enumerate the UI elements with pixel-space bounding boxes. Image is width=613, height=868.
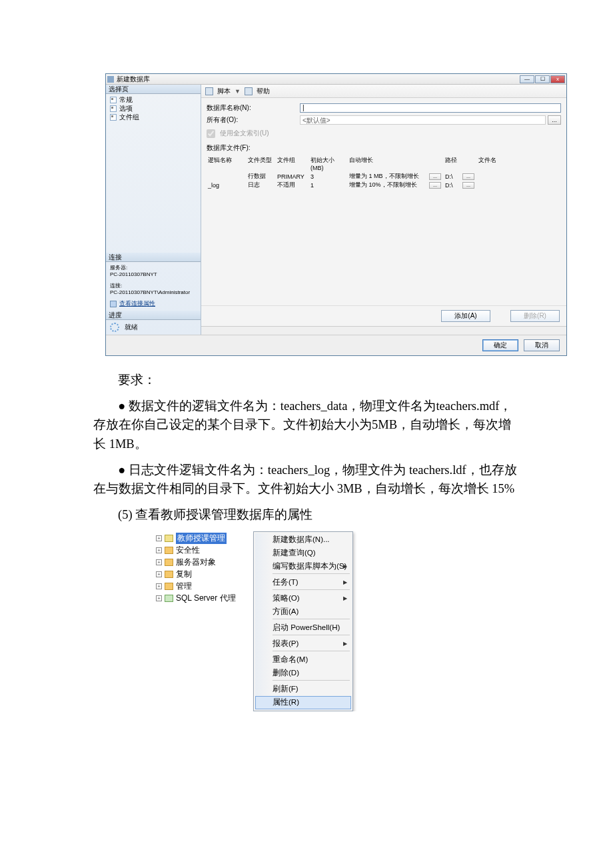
- properties-icon: [110, 301, 117, 307]
- fulltext-checkbox: 使用全文索引(U): [207, 129, 561, 138]
- script-dropdown[interactable]: ▼: [235, 88, 241, 95]
- owner-input[interactable]: <默认值>: [300, 115, 546, 125]
- expand-icon[interactable]: +: [156, 571, 162, 577]
- owner-label: 所有者(O):: [207, 115, 300, 125]
- tree-item-security[interactable]: + 安全性: [153, 545, 253, 557]
- dbfiles-label: 数据库文件(F):: [207, 143, 561, 153]
- server-value: PC-20110307BNYT: [110, 271, 197, 278]
- sidebar-item-general[interactable]: 常规: [110, 95, 201, 104]
- tree-item-database[interactable]: + 教师授课管理: [153, 533, 253, 545]
- path-browse-button[interactable]: ...: [462, 182, 474, 189]
- spinner-icon: [110, 323, 119, 332]
- help-button[interactable]: 帮助: [257, 87, 270, 96]
- requirement-heading: 要求：: [93, 371, 520, 390]
- menu-item[interactable]: 重命名(M): [255, 653, 351, 667]
- sidebar: 选择页 常规 选项 文件组 连接 服务器: PC-20110307BNYT 连接…: [106, 85, 201, 335]
- script-button[interactable]: 脚本: [217, 87, 231, 96]
- menu-item[interactable]: 新建查询(Q): [255, 547, 351, 560]
- script-icon: [205, 87, 213, 95]
- page-icon: [110, 114, 117, 121]
- dialog-footer: 确定 取消: [106, 335, 566, 355]
- expand-icon[interactable]: +: [156, 583, 162, 589]
- context-menu: 新建数据库(N)...新建查询(Q)编写数据库脚本为(S)任务(T)策略(O)方…: [253, 531, 353, 711]
- owner-browse-button[interactable]: ...: [548, 115, 561, 125]
- page-icon: [110, 97, 117, 103]
- dialog-footer: [201, 326, 566, 335]
- menu-item[interactable]: 刷新(F): [255, 683, 351, 696]
- server-label: 服务器:: [110, 265, 197, 271]
- dialog-main: 脚本 ▼ 帮助 数据库名称(N): | 所有者(O): <默认值> ... 使用…: [201, 85, 566, 335]
- expand-icon[interactable]: +: [156, 547, 162, 553]
- view-conn-props[interactable]: 查看连接属性: [110, 300, 197, 308]
- expand-icon[interactable]: +: [156, 535, 162, 541]
- form: 数据库名称(N): | 所有者(O): <默认值> ... 使用全文索引(U) …: [201, 98, 566, 305]
- titlebar: 新建数据库 — ☐ x: [106, 74, 566, 85]
- folder-icon: [165, 559, 173, 566]
- dialog-title: 新建数据库: [117, 75, 519, 84]
- delete-button[interactable]: 删除(R): [510, 310, 560, 322]
- expand-icon[interactable]: +: [156, 595, 162, 601]
- tree-item-sql-agent[interactable]: + SQL Server 代理: [153, 593, 253, 605]
- grid-header: 逻辑名称 文件类型 文件组 初始大小(MB) 自动增长 路径 文件名: [207, 155, 561, 172]
- progress-ready: 就绪: [106, 320, 201, 335]
- autogrowth-button[interactable]: ...: [429, 173, 441, 180]
- folder-icon: [165, 583, 173, 590]
- window-buttons: — ☐ x: [519, 75, 565, 83]
- sidebar-section-select: 选择页: [106, 85, 201, 94]
- sidebar-section-progress: 进度: [106, 311, 201, 320]
- autogrowth-button[interactable]: ...: [429, 182, 441, 189]
- menu-item[interactable]: 启动 PowerShell(H): [255, 621, 351, 635]
- sidebar-item-filegroups[interactable]: 文件组: [110, 113, 201, 121]
- folder-icon: [165, 571, 173, 578]
- conn-label: 连接:: [110, 283, 197, 289]
- sidebar-section-conn: 连接: [106, 253, 201, 262]
- menu-item[interactable]: 方面(A): [255, 605, 351, 619]
- agent-icon: [165, 595, 173, 602]
- fulltext-input: [207, 129, 215, 138]
- toolbar: 脚本 ▼ 帮助: [201, 85, 566, 98]
- menu-item[interactable]: 策略(O): [255, 592, 351, 605]
- document-body: 要求： ● 数据文件的逻辑文件名为：teachers_data，物理文件名为te…: [93, 371, 520, 525]
- minimize-button[interactable]: —: [520, 75, 534, 83]
- sidebar-items: 常规 选项 文件组: [106, 94, 201, 121]
- close-button[interactable]: x: [550, 75, 565, 83]
- help-icon: [245, 87, 253, 95]
- sidebar-item-options[interactable]: 选项: [110, 104, 201, 113]
- cancel-button[interactable]: 取消: [524, 339, 560, 351]
- maximize-button[interactable]: ☐: [535, 75, 550, 83]
- ok-button[interactable]: 确定: [482, 339, 518, 351]
- conn-value: PC-20110307BNYT\Administrator: [110, 289, 197, 296]
- dialog-icon: [107, 76, 114, 83]
- connection-block: 服务器: PC-20110307BNYT 连接: PC-20110307BNYT…: [106, 262, 201, 311]
- object-explorer-screenshot: + 教师授课管理 + 安全性 + 服务器对象 + 复制 + 管理 + SQL S…: [153, 531, 613, 711]
- ready-label: 就绪: [125, 323, 138, 332]
- path-browse-button[interactable]: ...: [462, 173, 474, 180]
- menu-item[interactable]: 属性(R): [255, 696, 351, 709]
- database-icon: [165, 535, 173, 542]
- page-icon: [110, 105, 117, 112]
- menu-item[interactable]: 编写数据库脚本为(S): [255, 560, 351, 573]
- requirement-1: ● 数据文件的逻辑文件名为：teachers_data，物理文件名为teache…: [93, 397, 520, 454]
- folder-icon: [165, 547, 173, 554]
- new-database-dialog: 新建数据库 — ☐ x 选择页 常规 选项 文件组 连接 服务器: PC-201…: [105, 73, 567, 356]
- object-explorer-tree: + 教师授课管理 + 安全性 + 服务器对象 + 复制 + 管理 + SQL S…: [153, 531, 253, 711]
- dialog-body: 选择页 常规 选项 文件组 连接 服务器: PC-20110307BNYT 连接…: [106, 85, 566, 335]
- view-conn-link[interactable]: 查看连接属性: [119, 300, 155, 308]
- requirement-2: ● 日志文件逻辑文件名为：teachers_log，物理文件为 teachers…: [93, 461, 520, 499]
- add-button[interactable]: 添加(A): [441, 310, 490, 322]
- step-5: (5) 查看教师授课管理数据库的属性: [93, 505, 520, 525]
- dbname-input[interactable]: |: [300, 103, 561, 113]
- file-buttons: 添加(A) 删除(R): [201, 305, 566, 326]
- menu-item[interactable]: 删除(D): [255, 667, 351, 680]
- menu-item[interactable]: 新建数据库(N)...: [255, 533, 351, 547]
- tree-item-replication[interactable]: + 复制: [153, 569, 253, 581]
- tree-item-server-objects[interactable]: + 服务器对象: [153, 557, 253, 569]
- dbname-label: 数据库名称(N):: [207, 103, 300, 113]
- tree-item-management[interactable]: + 管理: [153, 581, 253, 593]
- menu-item[interactable]: 报表(P): [255, 637, 351, 651]
- grid-row[interactable]: _log 日志 不适用 1 增量为 10%，不限制增长 ... D:\ ...: [207, 181, 561, 189]
- expand-icon[interactable]: +: [156, 559, 162, 565]
- menu-item[interactable]: 任务(T): [255, 576, 351, 589]
